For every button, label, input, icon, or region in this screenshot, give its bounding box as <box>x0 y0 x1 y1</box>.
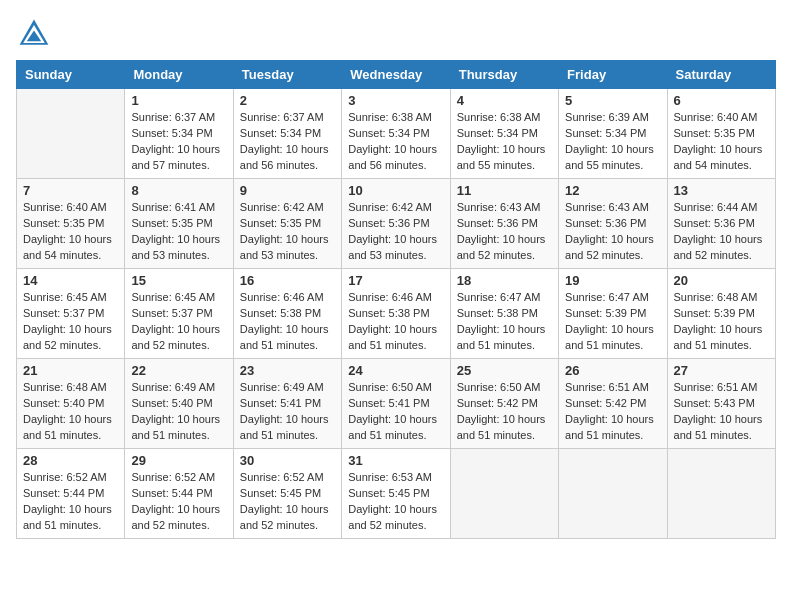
day-number: 4 <box>457 93 552 108</box>
day-info: Sunrise: 6:42 AMSunset: 5:36 PMDaylight:… <box>348 200 443 264</box>
day-number: 30 <box>240 453 335 468</box>
day-info: Sunrise: 6:39 AMSunset: 5:34 PMDaylight:… <box>565 110 660 174</box>
calendar-cell: 3Sunrise: 6:38 AMSunset: 5:34 PMDaylight… <box>342 89 450 179</box>
day-number: 29 <box>131 453 226 468</box>
calendar-cell: 29Sunrise: 6:52 AMSunset: 5:44 PMDayligh… <box>125 449 233 539</box>
calendar-cell: 24Sunrise: 6:50 AMSunset: 5:41 PMDayligh… <box>342 359 450 449</box>
calendar-week-row: 14Sunrise: 6:45 AMSunset: 5:37 PMDayligh… <box>17 269 776 359</box>
day-number: 1 <box>131 93 226 108</box>
day-info: Sunrise: 6:46 AMSunset: 5:38 PMDaylight:… <box>240 290 335 354</box>
day-number: 3 <box>348 93 443 108</box>
day-info: Sunrise: 6:43 AMSunset: 5:36 PMDaylight:… <box>565 200 660 264</box>
day-number: 15 <box>131 273 226 288</box>
weekday-header-monday: Monday <box>125 61 233 89</box>
day-number: 13 <box>674 183 769 198</box>
day-number: 28 <box>23 453 118 468</box>
day-number: 20 <box>674 273 769 288</box>
calendar-cell <box>559 449 667 539</box>
day-info: Sunrise: 6:44 AMSunset: 5:36 PMDaylight:… <box>674 200 769 264</box>
day-number: 11 <box>457 183 552 198</box>
day-info: Sunrise: 6:48 AMSunset: 5:40 PMDaylight:… <box>23 380 118 444</box>
calendar-cell <box>17 89 125 179</box>
day-info: Sunrise: 6:43 AMSunset: 5:36 PMDaylight:… <box>457 200 552 264</box>
calendar-cell: 31Sunrise: 6:53 AMSunset: 5:45 PMDayligh… <box>342 449 450 539</box>
day-number: 22 <box>131 363 226 378</box>
day-info: Sunrise: 6:41 AMSunset: 5:35 PMDaylight:… <box>131 200 226 264</box>
calendar-week-row: 1Sunrise: 6:37 AMSunset: 5:34 PMDaylight… <box>17 89 776 179</box>
calendar-cell: 18Sunrise: 6:47 AMSunset: 5:38 PMDayligh… <box>450 269 558 359</box>
day-number: 8 <box>131 183 226 198</box>
day-number: 5 <box>565 93 660 108</box>
calendar-cell: 16Sunrise: 6:46 AMSunset: 5:38 PMDayligh… <box>233 269 341 359</box>
weekday-header-saturday: Saturday <box>667 61 775 89</box>
calendar-cell: 21Sunrise: 6:48 AMSunset: 5:40 PMDayligh… <box>17 359 125 449</box>
calendar-cell: 27Sunrise: 6:51 AMSunset: 5:43 PMDayligh… <box>667 359 775 449</box>
day-info: Sunrise: 6:53 AMSunset: 5:45 PMDaylight:… <box>348 470 443 534</box>
day-info: Sunrise: 6:51 AMSunset: 5:42 PMDaylight:… <box>565 380 660 444</box>
calendar-cell <box>450 449 558 539</box>
day-info: Sunrise: 6:49 AMSunset: 5:40 PMDaylight:… <box>131 380 226 444</box>
calendar-cell: 19Sunrise: 6:47 AMSunset: 5:39 PMDayligh… <box>559 269 667 359</box>
day-number: 17 <box>348 273 443 288</box>
day-info: Sunrise: 6:52 AMSunset: 5:45 PMDaylight:… <box>240 470 335 534</box>
day-number: 26 <box>565 363 660 378</box>
weekday-header-friday: Friday <box>559 61 667 89</box>
day-number: 2 <box>240 93 335 108</box>
calendar-cell <box>667 449 775 539</box>
day-info: Sunrise: 6:38 AMSunset: 5:34 PMDaylight:… <box>348 110 443 174</box>
weekday-header-wednesday: Wednesday <box>342 61 450 89</box>
calendar-cell: 4Sunrise: 6:38 AMSunset: 5:34 PMDaylight… <box>450 89 558 179</box>
day-number: 31 <box>348 453 443 468</box>
calendar-cell: 14Sunrise: 6:45 AMSunset: 5:37 PMDayligh… <box>17 269 125 359</box>
calendar-cell: 30Sunrise: 6:52 AMSunset: 5:45 PMDayligh… <box>233 449 341 539</box>
logo <box>16 16 56 52</box>
calendar-week-row: 21Sunrise: 6:48 AMSunset: 5:40 PMDayligh… <box>17 359 776 449</box>
day-info: Sunrise: 6:40 AMSunset: 5:35 PMDaylight:… <box>23 200 118 264</box>
day-number: 25 <box>457 363 552 378</box>
calendar-cell: 20Sunrise: 6:48 AMSunset: 5:39 PMDayligh… <box>667 269 775 359</box>
calendar-cell: 5Sunrise: 6:39 AMSunset: 5:34 PMDaylight… <box>559 89 667 179</box>
day-number: 18 <box>457 273 552 288</box>
day-info: Sunrise: 6:46 AMSunset: 5:38 PMDaylight:… <box>348 290 443 354</box>
calendar-cell: 12Sunrise: 6:43 AMSunset: 5:36 PMDayligh… <box>559 179 667 269</box>
calendar-cell: 11Sunrise: 6:43 AMSunset: 5:36 PMDayligh… <box>450 179 558 269</box>
calendar-cell: 28Sunrise: 6:52 AMSunset: 5:44 PMDayligh… <box>17 449 125 539</box>
day-number: 6 <box>674 93 769 108</box>
calendar-cell: 26Sunrise: 6:51 AMSunset: 5:42 PMDayligh… <box>559 359 667 449</box>
day-info: Sunrise: 6:47 AMSunset: 5:39 PMDaylight:… <box>565 290 660 354</box>
day-number: 7 <box>23 183 118 198</box>
calendar-cell: 7Sunrise: 6:40 AMSunset: 5:35 PMDaylight… <box>17 179 125 269</box>
day-info: Sunrise: 6:51 AMSunset: 5:43 PMDaylight:… <box>674 380 769 444</box>
day-number: 21 <box>23 363 118 378</box>
day-info: Sunrise: 6:52 AMSunset: 5:44 PMDaylight:… <box>23 470 118 534</box>
logo-icon <box>16 16 52 52</box>
calendar-cell: 13Sunrise: 6:44 AMSunset: 5:36 PMDayligh… <box>667 179 775 269</box>
calendar-header-row: SundayMondayTuesdayWednesdayThursdayFrid… <box>17 61 776 89</box>
day-number: 23 <box>240 363 335 378</box>
day-number: 12 <box>565 183 660 198</box>
calendar-cell: 2Sunrise: 6:37 AMSunset: 5:34 PMDaylight… <box>233 89 341 179</box>
day-info: Sunrise: 6:38 AMSunset: 5:34 PMDaylight:… <box>457 110 552 174</box>
calendar-cell: 17Sunrise: 6:46 AMSunset: 5:38 PMDayligh… <box>342 269 450 359</box>
day-info: Sunrise: 6:45 AMSunset: 5:37 PMDaylight:… <box>23 290 118 354</box>
day-number: 27 <box>674 363 769 378</box>
day-number: 16 <box>240 273 335 288</box>
day-info: Sunrise: 6:49 AMSunset: 5:41 PMDaylight:… <box>240 380 335 444</box>
weekday-header-tuesday: Tuesday <box>233 61 341 89</box>
calendar-week-row: 28Sunrise: 6:52 AMSunset: 5:44 PMDayligh… <box>17 449 776 539</box>
day-number: 24 <box>348 363 443 378</box>
day-info: Sunrise: 6:45 AMSunset: 5:37 PMDaylight:… <box>131 290 226 354</box>
calendar-table: SundayMondayTuesdayWednesdayThursdayFrid… <box>16 60 776 539</box>
calendar-cell: 22Sunrise: 6:49 AMSunset: 5:40 PMDayligh… <box>125 359 233 449</box>
day-info: Sunrise: 6:50 AMSunset: 5:41 PMDaylight:… <box>348 380 443 444</box>
calendar-cell: 23Sunrise: 6:49 AMSunset: 5:41 PMDayligh… <box>233 359 341 449</box>
calendar-week-row: 7Sunrise: 6:40 AMSunset: 5:35 PMDaylight… <box>17 179 776 269</box>
calendar-cell: 25Sunrise: 6:50 AMSunset: 5:42 PMDayligh… <box>450 359 558 449</box>
day-info: Sunrise: 6:40 AMSunset: 5:35 PMDaylight:… <box>674 110 769 174</box>
page-header <box>16 16 776 52</box>
day-info: Sunrise: 6:48 AMSunset: 5:39 PMDaylight:… <box>674 290 769 354</box>
calendar-cell: 15Sunrise: 6:45 AMSunset: 5:37 PMDayligh… <box>125 269 233 359</box>
day-info: Sunrise: 6:42 AMSunset: 5:35 PMDaylight:… <box>240 200 335 264</box>
calendar-cell: 10Sunrise: 6:42 AMSunset: 5:36 PMDayligh… <box>342 179 450 269</box>
calendar-cell: 1Sunrise: 6:37 AMSunset: 5:34 PMDaylight… <box>125 89 233 179</box>
